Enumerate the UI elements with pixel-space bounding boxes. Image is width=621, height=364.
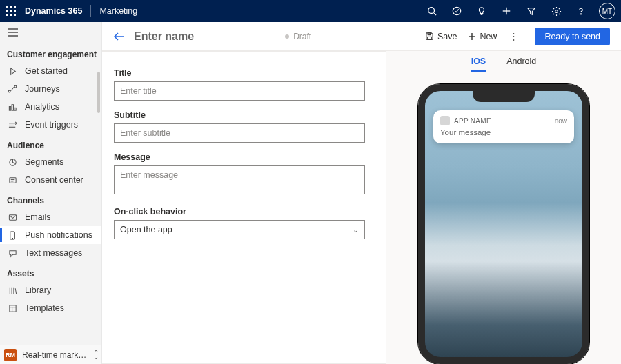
- settings-icon[interactable]: [544, 0, 569, 22]
- nav-label: Templates: [25, 303, 64, 313]
- page-title[interactable]: Enter name: [134, 30, 194, 43]
- mail-icon: [7, 212, 18, 223]
- app-launcher-icon[interactable]: [0, 0, 22, 22]
- subtitle-label: Subtitle: [114, 110, 365, 120]
- svg-rect-44: [428, 33, 431, 35]
- form-card: Title Subtitle Message On-click behavior…: [102, 51, 386, 364]
- consent-icon: [7, 174, 18, 185]
- svg-point-16: [580, 14, 581, 14]
- templates-icon: [7, 303, 18, 314]
- global-header: Dynamics 365 Marketing MT: [0, 0, 621, 22]
- svg-point-9: [428, 8, 435, 14]
- nav-label: Text messages: [25, 248, 82, 258]
- svg-rect-6: [6, 14, 8, 16]
- left-nav: Customer engagement Get started Journeys…: [0, 22, 102, 364]
- nav-library[interactable]: Library: [0, 281, 101, 299]
- new-button[interactable]: New: [466, 29, 498, 44]
- nav-label: Journeys: [25, 84, 60, 94]
- onclick-label: On-click behavior: [114, 207, 365, 216]
- new-label: New: [480, 32, 497, 41]
- onclick-value: Open the app: [120, 225, 172, 234]
- help-icon[interactable]: [569, 0, 593, 22]
- text-icon: [7, 247, 18, 259]
- title-label: Title: [114, 68, 365, 78]
- area-switcher[interactable]: RM Real-time marketi... ⌃⌄: [0, 345, 101, 364]
- status-dot-icon: [285, 34, 289, 39]
- filter-icon[interactable]: [519, 0, 544, 22]
- svg-point-21: [14, 85, 17, 88]
- avatar-initials: MT: [602, 8, 612, 15]
- hamburger-icon[interactable]: [0, 22, 101, 43]
- save-icon: [425, 32, 434, 41]
- preview-tabs: iOS Android: [471, 57, 537, 72]
- nav-templates[interactable]: Templates: [0, 299, 101, 317]
- svg-rect-8: [14, 14, 16, 16]
- nav-section-title: Assets: [0, 262, 101, 281]
- task-icon[interactable]: [444, 0, 469, 22]
- svg-rect-29: [9, 177, 15, 182]
- svg-point-15: [555, 10, 558, 12]
- chevron-down-icon: ⌄: [353, 225, 359, 234]
- nav-section-title: Audience: [0, 134, 101, 153]
- journey-icon: [7, 83, 18, 94]
- svg-rect-4: [10, 10, 12, 12]
- nav-label: Consent center: [25, 175, 83, 185]
- tab-ios[interactable]: iOS: [471, 57, 486, 72]
- svg-rect-3: [6, 10, 8, 12]
- nav-label: Event triggers: [25, 120, 78, 130]
- save-label: Save: [437, 32, 457, 41]
- ready-to-send-button[interactable]: Ready to send: [535, 28, 610, 46]
- more-menu-icon[interactable]: ⋮: [506, 31, 521, 41]
- subtitle-input[interactable]: [114, 123, 365, 143]
- analytics-icon: [7, 101, 18, 112]
- notif-message: Your message: [440, 128, 567, 136]
- svg-rect-2: [14, 6, 16, 8]
- nav-label: Push notifications: [25, 230, 92, 240]
- nav-label: Segments: [25, 157, 63, 167]
- nav-label: Library: [25, 285, 51, 295]
- svg-line-10: [434, 13, 437, 16]
- updown-chevron-icon: ⌃⌄: [93, 351, 101, 359]
- message-input[interactable]: [114, 165, 365, 194]
- plus-icon: [468, 32, 476, 41]
- svg-rect-24: [14, 108, 15, 110]
- lightbulb-icon[interactable]: [469, 0, 494, 22]
- nav-analytics[interactable]: Analytics: [0, 98, 101, 116]
- search-icon[interactable]: [420, 0, 444, 22]
- svg-rect-23: [12, 104, 13, 110]
- nav-get-started[interactable]: Get started: [0, 62, 101, 80]
- command-bar: Enter name Draft Save New ⋮ Ready to sen…: [102, 22, 621, 51]
- nav-emails[interactable]: Emails: [0, 208, 101, 226]
- back-icon[interactable]: [113, 32, 126, 41]
- tab-android[interactable]: Android: [506, 57, 536, 72]
- phone-notch: [473, 91, 535, 102]
- brand-name: Dynamics 365: [25, 6, 82, 16]
- trigger-icon: [7, 119, 18, 130]
- svg-rect-1: [10, 6, 12, 8]
- nav-scrollbar[interactable]: [97, 72, 100, 113]
- nav-push-notifications[interactable]: Push notifications: [0, 226, 101, 244]
- nav-segments[interactable]: Segments: [0, 153, 101, 171]
- add-icon[interactable]: [494, 0, 519, 22]
- user-avatar[interactable]: MT: [599, 3, 615, 19]
- nav-event-triggers[interactable]: Event triggers: [0, 116, 101, 134]
- message-label: Message: [114, 152, 365, 162]
- module-name: Marketing: [99, 6, 137, 16]
- notification-preview: APP NAME now Your message: [433, 110, 574, 143]
- svg-rect-22: [9, 106, 10, 110]
- preview-pane: iOS Android APP NAME now Your message: [386, 51, 621, 364]
- nav-consent-center[interactable]: Consent center: [0, 171, 101, 189]
- title-input[interactable]: [114, 81, 365, 101]
- nav-journeys[interactable]: Journeys: [0, 80, 101, 98]
- svg-rect-5: [14, 10, 16, 12]
- svg-rect-32: [9, 214, 16, 219]
- save-button[interactable]: Save: [424, 29, 459, 44]
- nav-section-title: Customer engagement: [0, 43, 101, 62]
- nav-text-messages[interactable]: Text messages: [0, 244, 101, 262]
- onclick-select[interactable]: Open the app ⌄: [114, 220, 365, 239]
- phone-mock: APP NAME now Your message: [418, 84, 589, 364]
- app-name-label: APP NAME: [454, 117, 551, 125]
- nav-label: Emails: [25, 212, 51, 222]
- push-icon: [7, 230, 18, 241]
- switcher-label: Real-time marketi...: [22, 350, 88, 360]
